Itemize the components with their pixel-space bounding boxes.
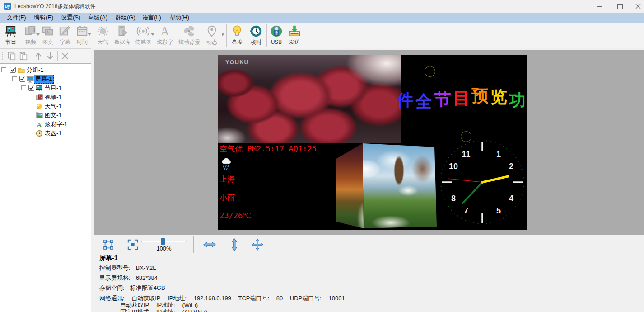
minimize-button[interactable]: [593, 0, 606, 13]
storage-value: 标准配置4GB: [130, 284, 165, 291]
copy-button[interactable]: [6, 50, 18, 62]
tree-item-screen[interactable]: 屏幕-1: [0, 75, 91, 84]
collapse-icon[interactable]: [1, 67, 6, 72]
send-button[interactable]: 发送: [285, 24, 304, 48]
tree-item-program[interactable]: 节目-1: [0, 84, 91, 93]
menu-settings[interactable]: 设置(S): [61, 13, 82, 23]
subtitle-button[interactable]: 字幕: [56, 24, 74, 48]
move-down-button[interactable]: [44, 50, 56, 62]
checkbox-checked[interactable]: [10, 67, 16, 73]
database-media-icon: [116, 24, 129, 39]
scroll-char: 节: [434, 88, 450, 111]
calendar-icon: [75, 24, 89, 39]
tree-label-selected[interactable]: 屏幕-1: [34, 75, 54, 84]
sun-icon: [96, 24, 110, 39]
clock-number: 10: [449, 162, 458, 171]
move-up-button[interactable]: [33, 50, 44, 62]
toolbar-separator: [57, 51, 58, 61]
minute-hand: [462, 182, 482, 204]
color-text-icon: A: [158, 24, 172, 39]
fit-screen-button[interactable]: [126, 239, 139, 251]
copy-icon: [7, 51, 17, 61]
svg-text:A: A: [37, 121, 42, 128]
ip-value: (AP WiFi): [182, 308, 207, 312]
toolbar-separator: [31, 51, 31, 61]
stretch-horizontal-button[interactable]: [203, 239, 216, 251]
paste-button[interactable]: [18, 50, 29, 62]
preview-canvas[interactable]: YOUKU 件 全 节 目 预 览 功 能 空气优 PM2.5:17 AQI:2…: [94, 50, 644, 235]
collapse-icon[interactable]: [21, 85, 26, 90]
folder-icon: [18, 66, 25, 74]
tree-item-colortext[interactable]: A 炫彩字-1: [0, 120, 91, 129]
resolution-label: 显示屏规格:: [99, 274, 131, 281]
screen-info-panel: 屏幕-1 控制器型号:BX-Y2L 显示屏规格:682*384 存储空间:标准配…: [94, 254, 644, 312]
menu-group[interactable]: 群组(G): [115, 13, 136, 23]
brightness-button[interactable]: 亮度: [228, 24, 247, 48]
tree-item-video[interactable]: 视频-1: [0, 93, 91, 102]
checkbox-checked[interactable]: [28, 85, 34, 91]
controller-label: 控制器型号:: [99, 265, 131, 271]
video-region[interactable]: YOUKU: [218, 55, 401, 143]
menu-help[interactable]: 帮助(H): [169, 13, 190, 23]
weather-button[interactable]: 天气: [93, 24, 112, 48]
maximize-button[interactable]: [613, 0, 627, 13]
network-label: 网络通讯:: [99, 295, 125, 302]
tree-label[interactable]: 天气-1: [43, 102, 63, 111]
tree-item-dial[interactable]: 表盘-1: [0, 129, 91, 138]
delete-button[interactable]: [59, 50, 71, 62]
move-up-icon: [33, 51, 43, 61]
tree-label[interactable]: 视频-1: [43, 93, 63, 102]
tree-label[interactable]: 节目-1: [43, 84, 63, 93]
ip-label: IP地址:: [168, 295, 187, 302]
zoom-slider-thumb[interactable]: [161, 238, 165, 245]
scroll-char: 功: [509, 89, 524, 112]
time-sync-button[interactable]: 校时: [247, 24, 266, 48]
tree-label[interactable]: 分组-1: [25, 66, 45, 75]
program-button[interactable]: 节目: [2, 24, 20, 48]
video-button[interactable]: 视频: [22, 24, 39, 48]
usb-button[interactable]: USB: [268, 24, 285, 48]
menu-edit[interactable]: 编辑(E): [34, 13, 55, 23]
rainbow-letter-icon: A: [36, 121, 43, 128]
tree-label[interactable]: 炫彩字-1: [43, 120, 69, 129]
hour-hand: [482, 176, 508, 182]
fit-screen-icon: [127, 239, 138, 250]
tree-label[interactable]: 图文-1: [43, 111, 63, 120]
tree-label[interactable]: 表盘-1: [43, 129, 63, 138]
scroll-char: 全: [415, 90, 431, 113]
tree-item-group[interactable]: 分组-1: [0, 66, 91, 75]
stretch-vertical-button[interactable]: [228, 239, 241, 251]
bubble-decoration: [425, 66, 435, 77]
time-sync-icon: [249, 24, 263, 39]
scroll-text-region[interactable]: 件 全 节 目 预 览 功 能: [397, 87, 526, 110]
rotating-cube-region[interactable]: [335, 142, 437, 230]
scroll-char: 览: [490, 86, 505, 109]
second-hand: [448, 179, 482, 182]
move-arrows-icon: [252, 239, 263, 251]
vertical-arrow-icon: [230, 238, 239, 251]
dynamic-bg-button[interactable]: 炫动背景: [176, 24, 203, 48]
close-button[interactable]: [631, 0, 644, 13]
udp-label: UDP端口号:: [290, 295, 322, 302]
move-down-icon: [45, 51, 55, 61]
collapse-icon[interactable]: [12, 76, 17, 81]
toolbar-grip[interactable]: [2, 51, 4, 61]
database-button[interactable]: 数据库: [112, 24, 132, 48]
tree-item-weather[interactable]: 天气-1: [0, 102, 91, 111]
menu-language[interactable]: 语言(L): [142, 13, 163, 23]
checkbox-checked[interactable]: [19, 76, 25, 82]
dynamic-button[interactable]: 动态: [203, 24, 221, 48]
led-screen-preview[interactable]: YOUKU 件 全 节 目 预 览 功 能 空气优 PM2.5:17 AQI:2…: [218, 55, 527, 230]
menu-advanced[interactable]: 高级(A): [88, 13, 109, 23]
toolbar-overflow-icon[interactable]: [221, 33, 225, 36]
pictures-icon: [41, 24, 55, 39]
sensor-button[interactable]: 传感器: [132, 24, 154, 48]
time-button[interactable]: 时间: [74, 24, 91, 48]
tree-item-picture[interactable]: 图文-1: [0, 111, 91, 120]
color-text-button[interactable]: A 炫彩字: [154, 24, 176, 48]
menu-file[interactable]: 文件(F): [7, 13, 28, 23]
move-region-button[interactable]: [251, 239, 264, 251]
pictures-button[interactable]: 图文: [39, 24, 56, 48]
fit-selection-button[interactable]: [102, 239, 115, 251]
analog-clock-region[interactable]: 1 2 4 5 7 8 10 11: [437, 137, 527, 227]
